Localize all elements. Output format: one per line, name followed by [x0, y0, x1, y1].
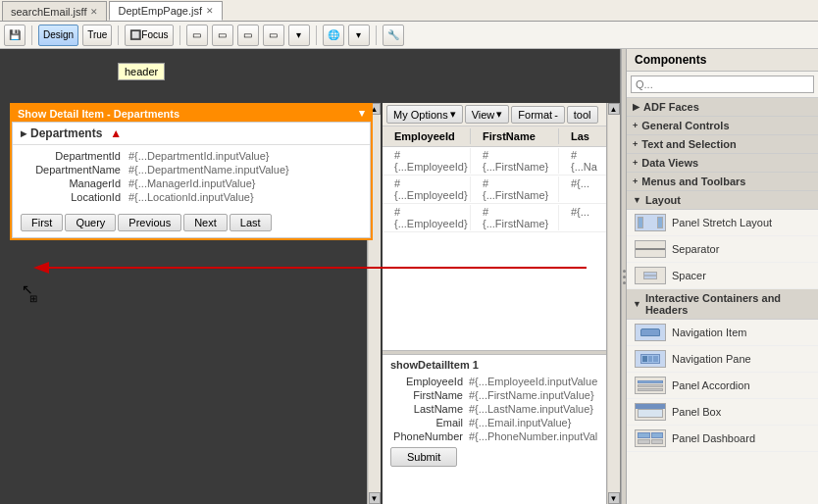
layout-btn-1[interactable]: ▭ — [186, 25, 208, 46]
divider-4 — [316, 25, 317, 45]
table-row-2: #{...EmployeeId} #{...FirstName} #{... — [383, 204, 606, 232]
form-row-firstname: FirstName #{...FirstName.inputValue} — [390, 388, 598, 402]
section-data-views[interactable]: + Data Views — [627, 154, 818, 173]
layout-btn-4[interactable]: ▭ — [263, 25, 284, 46]
section-adf-faces[interactable]: ▶ ADF Faces — [627, 98, 818, 117]
tab-searchemail-close[interactable]: ✕ — [90, 7, 98, 17]
component-panel-accordion[interactable]: Panel Accordion — [627, 373, 818, 399]
first-btn[interactable]: First — [21, 214, 63, 231]
right-vscroll[interactable]: ▲ ▼ — [606, 103, 620, 504]
section-menus-toolbars[interactable]: + Menus and Toolbars — [627, 173, 818, 191]
spacer-label: Spacer — [672, 270, 706, 281]
menus-toolbars-arrow: + — [633, 176, 638, 186]
previous-btn[interactable]: Previous — [118, 214, 181, 231]
section-general-controls[interactable]: + General Controls — [627, 117, 818, 135]
show-detail-1-title: showDetailItem 1 — [390, 359, 598, 371]
divider-1 — [31, 25, 32, 45]
table-row-1: #{...EmployeeId} #{...FirstName} #{... — [383, 176, 606, 204]
dept-row-2: ManagerId #{...ManagerId.inputValue} — [21, 176, 362, 190]
tab-searchemail[interactable]: searchEmail.jsff ✕ — [2, 1, 107, 21]
dept-buttons: First Query Previous Next Last — [13, 208, 370, 237]
table-row-0: #{...EmployeeId} #{...FirstName} #{...Na — [383, 147, 606, 176]
col-las: Las — [559, 128, 606, 144]
show-detail-collapse[interactable]: ▾ — [359, 107, 365, 120]
form-row-lastname: LastName #{...LastName.inputValue} — [390, 402, 598, 416]
layout-arrow: ▼ — [633, 195, 641, 205]
component-spacer[interactable]: Spacer — [627, 263, 818, 289]
canvas-toolbar2: My Options ▾ View ▾ Format - tool — [383, 103, 606, 126]
my-options-btn[interactable]: My Options ▾ — [386, 105, 463, 124]
nav-pane-label: Navigation Pane — [672, 353, 751, 365]
component-separator[interactable]: Separator — [627, 236, 818, 263]
divider-5 — [376, 25, 377, 45]
dashboard-icon — [635, 429, 666, 447]
nav-item-icon — [635, 324, 666, 341]
splitter-dot-2 — [623, 276, 626, 278]
show-detail-content: Departments ▲ DepartmentId #{...Departme… — [12, 122, 371, 238]
interactive-containers-arrow: ▼ — [633, 299, 641, 309]
last-btn[interactable]: Last — [230, 214, 272, 231]
submit-btn[interactable]: Submit — [390, 447, 457, 467]
section-interactive-containers[interactable]: ▼ Interactive Containers and Headers — [627, 289, 818, 320]
settings-btn[interactable]: 🔧 — [383, 25, 404, 46]
nav-pane-icon — [635, 350, 666, 368]
layout-btn-5[interactable]: ▾ — [288, 25, 310, 46]
col-firstname: FirstName — [471, 128, 559, 144]
main-toolbar: 💾 Design True 🔲 Focus ▭ ▭ ▭ ▭ ▾ 🌐 ▾ 🔧 — [0, 22, 818, 49]
view-btn[interactable]: View ▾ — [465, 105, 510, 124]
components-title: Components — [627, 49, 818, 72]
component-nav-pane[interactable]: Navigation Pane — [627, 346, 818, 373]
show-detail-item-1: showDetailItem 1 EmployeeId #{...Employe… — [383, 355, 606, 471]
canvas-right-panel: My Options ▾ View ▾ Format - tool Employ… — [383, 103, 606, 504]
tab-searchemail-label: searchEmail.jsff — [11, 6, 86, 18]
component-panel-dashboard[interactable]: Panel Dashboard — [627, 426, 818, 452]
format-arrow: - — [554, 109, 558, 121]
layout-btn-3[interactable]: ▭ — [237, 25, 259, 46]
components-search-input[interactable] — [631, 76, 814, 93]
show-detail-panel: Show Detail Item - Departments ▾ Departm… — [10, 103, 373, 240]
focus-btn[interactable]: 🔲 Focus — [125, 25, 173, 46]
tab-deptemppage-label: DeptEmpPage.jsf — [118, 5, 202, 17]
component-panel-stretch[interactable]: Panel Stretch Layout — [627, 210, 818, 236]
section-layout[interactable]: ▼ Layout — [627, 191, 818, 210]
my-options-arrow: ▾ — [450, 108, 456, 121]
tab-deptemppage[interactable]: DeptEmpPage.jsf ✕ — [109, 1, 223, 21]
save-btn[interactable]: 💾 — [4, 25, 26, 46]
panel-box-icon — [635, 403, 666, 421]
accordion-icon — [635, 377, 666, 394]
browser-btn[interactable]: 🌐 — [323, 25, 344, 46]
true-btn[interactable]: True — [82, 25, 112, 46]
next-btn[interactable]: Next — [183, 214, 228, 231]
rscroll-down[interactable]: ▼ — [608, 492, 620, 504]
main-area: header Show Detail Item - Departments ▾ … — [0, 49, 818, 504]
dept-table: DepartmentId #{...DepartmentId.inputValu… — [13, 145, 370, 208]
dashboard-label: Panel Dashboard — [672, 432, 755, 444]
component-nav-item[interactable]: Navigation Item — [627, 320, 818, 346]
nav-btn[interactable]: ▾ — [348, 25, 370, 46]
component-panel-box[interactable]: Panel Box — [627, 399, 818, 426]
dept-header: Departments ▲ — [13, 123, 370, 145]
query-btn[interactable]: Query — [65, 214, 116, 231]
tool-btn[interactable]: tool — [567, 106, 598, 124]
components-search-bar — [627, 72, 818, 98]
table-header: EmployeeId FirstName Las — [383, 126, 606, 147]
layout-btn-2[interactable]: ▭ — [212, 25, 233, 46]
separator-icon — [635, 240, 666, 258]
form-row-email: Email #{...Email.inputValue} — [390, 416, 598, 429]
format-btn[interactable]: Format - — [511, 106, 565, 124]
form-row-employeeid: EmployeeId #{...EmployeeId.inputValue — [390, 375, 598, 388]
general-controls-arrow: + — [633, 121, 638, 130]
nav-item-label: Navigation Item — [672, 327, 746, 338]
scroll-down-btn[interactable]: ▼ — [369, 492, 381, 504]
dept-row-3: LocationId #{...LocationId.inputValue} — [21, 190, 362, 204]
form-row-phone: PhoneNumber #{...PhoneNumber.inputVal — [390, 429, 598, 443]
design-btn[interactable]: Design — [38, 25, 78, 46]
section-text-and-selection[interactable]: + Text and Selection — [627, 135, 818, 154]
tab-deptemppage-close[interactable]: ✕ — [206, 6, 214, 16]
focus-icon: 🔲 — [129, 29, 141, 40]
components-panel: Components ▶ ADF Faces + General Control… — [627, 49, 818, 504]
rscroll-up[interactable]: ▲ — [608, 103, 620, 115]
divider-3 — [179, 25, 180, 45]
col-employeeid: EmployeeId — [383, 128, 471, 144]
tab-bar: searchEmail.jsff ✕ DeptEmpPage.jsf ✕ — [0, 0, 818, 22]
